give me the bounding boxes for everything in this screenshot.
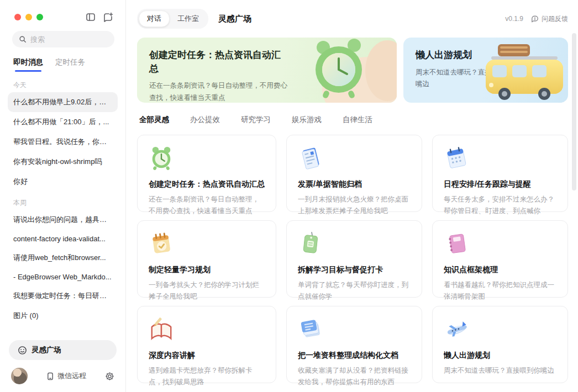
tab-scheduled-tasks[interactable]: 定时任务 — [55, 57, 85, 72]
toggle-sidebar-icon[interactable] — [86, 12, 96, 22]
chat-list-item[interactable]: 我想要做定时任务：每日研究... — [8, 286, 118, 306]
chat-list-item[interactable]: 请使用web_fetch和browser... — [8, 248, 118, 268]
inspiration-card[interactable]: 懒人出游规划 周末不知道去哪玩？直接喂到你嘴边 — [432, 306, 568, 383]
card-title: 把一堆资料整理成结构化文档 — [298, 351, 411, 361]
inspiration-card[interactable]: 把一堆资料整理成结构化文档 收藏夹塞满了却从没看？把资料链接发给我，帮你提炼出有… — [286, 306, 422, 383]
section-label-today: 今天 — [13, 81, 112, 90]
sidebar-titlebar — [0, 0, 125, 22]
card-desc: 一到月末报销就火急火燎？把你桌面上那堆发票烂摊子全甩给我吧 — [298, 194, 411, 216]
settings-button[interactable] — [105, 372, 114, 381]
category-tab-entertainment[interactable]: 娱乐游戏 — [292, 115, 322, 125]
tab-workspace[interactable]: 工作室 — [170, 11, 207, 27]
inspiration-card[interactable]: 日程安排/任务跟踪与提醒 每天任务太多，安排不过来怎么办？帮你管日程、盯进度、到… — [432, 135, 568, 212]
app-window: 即时消息 定时任务 今天 什么都不用做早上9.02后，如... 什么都不用做「2… — [0, 0, 578, 392]
banner-desc: 还在一条条刷资讯？每日自动整理，不用费心查找，快速看懂当天重点 — [149, 80, 287, 103]
clipboard-tag-icon — [298, 231, 323, 256]
gear-icon — [105, 372, 114, 381]
category-tab-office[interactable]: 办公提效 — [190, 115, 220, 125]
category-tabs: 全部灵感 办公提效 研究学习 娱乐游戏 自律生活 — [139, 115, 568, 125]
category-tab-all[interactable]: 全部灵感 — [139, 115, 169, 125]
inspiration-card-grid: 创建定时任务：热点资讯自动汇总 还在一条条刷资讯？每日自动整理，不用费心查找，快… — [137, 135, 568, 383]
banner-lazy-travel[interactable]: 懒人出游规划 周末不知道去哪玩？直接喂到你嘴边 — [403, 38, 568, 103]
card-title: 创建定时任务：热点资讯自动汇总 — [149, 179, 265, 189]
chat-list: 今天 什么都不用做早上9.02后，如... 什么都不用做「21:00」后，...… — [0, 72, 125, 336]
inspiration-plaza-button[interactable]: 灵感广场 — [9, 340, 117, 360]
card-title: 深度内容讲解 — [149, 351, 265, 361]
zoom-window-button[interactable] — [36, 14, 43, 20]
version-label: v0.1.9 — [505, 15, 523, 23]
invoice-document-icon — [298, 145, 323, 171]
search-icon — [19, 35, 27, 43]
section-label-this-week: 本周 — [13, 198, 112, 208]
card-title: 制定轻量学习规划 — [149, 265, 265, 275]
card-title: 知识点框架梳理 — [444, 265, 556, 275]
banner-scheduled-news[interactable]: 创建定时任务：热点资讯自动汇总 还在一条条刷资讯？每日自动整理，不用费心查找，快… — [137, 38, 397, 103]
banner-title: 创建定时任务：热点资讯自动汇总 — [149, 49, 287, 76]
chat-list-item[interactable]: content-factory idea-validat... — [8, 230, 118, 248]
card-desc: 一到备考就头大？把你的学习计划烂摊子全甩给我吧 — [149, 279, 265, 302]
airplane-icon — [444, 316, 469, 342]
chat-list-item[interactable]: 图片 (0) — [8, 306, 118, 326]
sidebar-tabs: 即时消息 定时任务 — [13, 57, 125, 72]
open-book-icon — [149, 316, 174, 342]
chat-bubble-icon — [531, 15, 539, 23]
yellow-bus-with-luggage-illustration — [466, 38, 568, 103]
category-tab-research[interactable]: 研究学习 — [241, 115, 271, 125]
inspiration-card[interactable]: 拆解学习目标与督促打卡 单词背了就忘？每天帮你盯进度，到点就催你学 — [286, 220, 422, 298]
phone-icon — [46, 372, 54, 380]
minimize-window-button[interactable] — [25, 14, 32, 20]
card-desc: 收藏夹塞满了却从没看？把资料链接发给我，帮你提炼出有用的东西 — [298, 365, 411, 388]
feedback-label: 问题反馈 — [542, 14, 568, 24]
sidebar-footer: 微信远程 — [11, 368, 114, 384]
chat-list-item[interactable]: 你有安装night-owl-shrimp吗 — [8, 152, 118, 172]
card-desc: 周末不知道去哪玩？直接喂到你嘴边 — [444, 365, 556, 377]
chat-list-item[interactable]: 什么都不用做「21:00」后，... — [8, 112, 118, 132]
view-switcher: 对话 工作室 — [137, 9, 208, 29]
vertical-scrollbar-thumb[interactable] — [572, 33, 576, 190]
chat-list-item[interactable]: 请说出你想问的问题，越具体... — [8, 210, 118, 230]
card-desc: 还在一条条刷资讯？每日自动整理，不用费心查找，快速看懂当天重点 — [149, 194, 265, 216]
search-box[interactable] — [12, 31, 114, 47]
sidebar: 即时消息 定时任务 今天 什么都不用做早上9.02后，如... 什么都不用做「2… — [0, 0, 126, 392]
inspiration-card[interactable]: 深度内容讲解 遇到难题卡壳想放弃？帮你拆解卡点，找到破局思路 — [137, 306, 276, 383]
card-title: 发票/单据智能归档 — [298, 179, 411, 189]
feedback-button[interactable]: 问题反馈 — [531, 14, 568, 24]
close-window-button[interactable] — [14, 14, 21, 20]
smiley-clock-icon — [18, 346, 27, 355]
chat-list-item[interactable]: - EdgeBrowser Web_Markdo... — [8, 268, 118, 286]
card-desc: 单词背了就忘？每天帮你盯进度，到点就催你学 — [298, 279, 411, 302]
main-header: 对话 工作室 灵感广场 v0.1.9 问题反馈 — [137, 9, 568, 29]
inspiration-card[interactable]: 知识点框架梳理 看书越看越乱？帮你把知识点理成一张清晰骨架图 — [432, 220, 568, 298]
plaza-button-label: 灵感广场 — [31, 345, 61, 355]
chat-list-item[interactable]: 什么都不用做早上9.02后，如... — [8, 92, 118, 112]
card-desc: 每天任务太多，安排不过来怎么办？帮你管日程、盯进度、到点喊你 — [444, 194, 556, 216]
inspiration-card[interactable]: 发票/单据智能归档 一到月末报销就火急火燎？把你桌面上那堆发票烂摊子全甩给我吧 — [286, 135, 422, 212]
pink-notebook-icon — [444, 231, 469, 256]
banner-carousel: 创建定时任务：热点资讯自动汇总 还在一条条刷资讯？每日自动整理，不用费心查找，快… — [137, 38, 568, 103]
new-chat-icon[interactable] — [103, 12, 113, 22]
card-title: 拆解学习目标与督促打卡 — [298, 265, 411, 275]
chat-list-item[interactable]: 帮我管日程。我说任务，你需... — [8, 132, 118, 152]
wechat-remote-button[interactable]: 微信远程 — [46, 371, 86, 381]
tab-instant-messages[interactable]: 即时消息 — [13, 57, 43, 72]
card-desc: 遇到难题卡壳想放弃？帮你拆解卡点，找到破局思路 — [149, 365, 265, 388]
inspiration-card[interactable]: 制定轻量学习规划 一到备考就头大？把你的学习计划烂摊子全甩给我吧 — [137, 220, 276, 298]
chat-list-item[interactable]: 你好 — [8, 172, 118, 192]
document-stack-icon — [298, 316, 323, 342]
traffic-lights — [14, 14, 43, 20]
category-tab-self-discipline[interactable]: 自律生活 — [343, 115, 372, 125]
search-input[interactable] — [30, 35, 97, 44]
user-avatar[interactable] — [11, 368, 28, 384]
wechat-remote-label: 微信远程 — [57, 371, 86, 381]
tab-inspiration-plaza[interactable]: 灵感广场 — [218, 14, 251, 24]
card-title: 懒人出游规划 — [444, 351, 556, 361]
alarm-clock-icon — [149, 145, 174, 171]
tab-dialogue[interactable]: 对话 — [139, 10, 170, 27]
calendar-icon — [444, 145, 469, 171]
inspiration-card[interactable]: 创建定时任务：热点资讯自动汇总 还在一条条刷资讯？每日自动整理，不用费心查找，快… — [137, 135, 276, 212]
calendar-check-icon — [149, 231, 174, 256]
card-desc: 看书越看越乱？帮你把知识点理成一张清晰骨架图 — [444, 279, 556, 302]
card-title: 日程安排/任务跟踪与提醒 — [444, 179, 556, 189]
main-area: 对话 工作室 灵感广场 v0.1.9 问题反馈 创建定时任务：热点资讯自动汇总 … — [126, 0, 578, 392]
hand-holding-green-alarm-clock-illustration — [295, 38, 397, 103]
